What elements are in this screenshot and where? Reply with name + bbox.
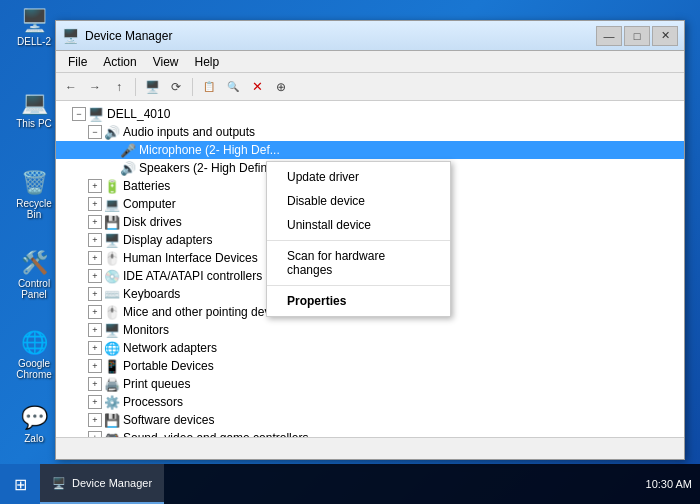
network-expand[interactable]: + [88, 341, 102, 355]
batteries-icon: 🔋 [104, 179, 120, 194]
display-icon: 🖥️ [104, 233, 120, 248]
print-label: Print queues [123, 377, 190, 391]
refresh-button[interactable]: ⟳ [165, 76, 187, 98]
ctx-properties[interactable]: Properties [267, 289, 450, 313]
back-button[interactable]: ← [60, 76, 82, 98]
audio-label: Audio inputs and outputs [123, 125, 255, 139]
audio-expand[interactable]: − [88, 125, 102, 139]
system-tray: 10:30 AM [638, 478, 700, 490]
computer-icon: 💻 [104, 197, 120, 212]
sound-expand[interactable]: + [88, 431, 102, 437]
computer-expand[interactable]: + [88, 197, 102, 211]
add-hardware-button[interactable]: ⊕ [270, 76, 292, 98]
desktop-icon-dell2[interactable]: 🖥️ DELL-2 [8, 8, 60, 47]
tree-item-sound[interactable]: + 🎮 Sound, video and game controllers [56, 429, 684, 437]
speakers-label: Speakers (2- High Definiti... [139, 161, 286, 175]
ctx-separator-2 [267, 285, 450, 286]
ide-expand[interactable]: + [88, 269, 102, 283]
close-button[interactable]: ✕ [652, 26, 678, 46]
batteries-label: Batteries [123, 179, 170, 193]
minimize-button[interactable]: — [596, 26, 622, 46]
hid-icon: 🖱️ [104, 251, 120, 266]
microphone-label: Microphone (2- High Def... [139, 143, 280, 157]
computer-label: Computer [123, 197, 176, 211]
toolbar-separator-1 [135, 78, 136, 96]
disk-label: Disk drives [123, 215, 182, 229]
software-expand[interactable]: + [88, 413, 102, 427]
context-menu: Update driver Disable device Uninstall d… [266, 161, 451, 317]
ctx-scan-hardware[interactable]: Scan for hardware changes [267, 244, 450, 282]
window-title: Device Manager [85, 29, 596, 43]
audio-icon: 🔊 [104, 125, 120, 140]
dell2-label: DELL-2 [17, 36, 51, 47]
thispc-icon: 💻 [21, 90, 48, 116]
desktop-icon-recycle[interactable]: 🗑️ Recycle Bin [8, 170, 60, 220]
display-label: Display adapters [123, 233, 212, 247]
taskbar-item-label: Device Manager [72, 477, 152, 489]
window-icon: 🖥️ [62, 28, 79, 44]
device-manager-window: 🖥️ Device Manager — □ ✕ File Action View… [55, 20, 685, 460]
print-expand[interactable]: + [88, 377, 102, 391]
root-expand[interactable]: − [72, 107, 86, 121]
recycle-icon: 🗑️ [21, 170, 48, 196]
toolbar-separator-2 [192, 78, 193, 96]
tree-item-microphone[interactable]: 🎤 Microphone (2- High Def... [56, 141, 684, 159]
maximize-button[interactable]: □ [624, 26, 650, 46]
start-button[interactable]: ⊞ [0, 464, 40, 504]
computer-button[interactable]: 🖥️ [141, 76, 163, 98]
desktop-icon-zalo[interactable]: 💬 Zalo [8, 405, 60, 444]
taskbar-items: 🖥️ Device Manager [40, 464, 638, 504]
forward-button[interactable]: → [84, 76, 106, 98]
display-expand[interactable]: + [88, 233, 102, 247]
tree-item-audio[interactable]: − 🔊 Audio inputs and outputs [56, 123, 684, 141]
processors-expand[interactable]: + [88, 395, 102, 409]
keyboards-expand[interactable]: + [88, 287, 102, 301]
hid-label: Human Interface Devices [123, 251, 258, 265]
network-label: Network adapters [123, 341, 217, 355]
menu-file[interactable]: File [60, 53, 95, 71]
sound-label: Sound, video and game controllers [123, 431, 308, 437]
disable-button[interactable]: ✕ [246, 76, 268, 98]
batteries-expand[interactable]: + [88, 179, 102, 193]
desktop-icon-thispc[interactable]: 💻 This PC [8, 90, 60, 129]
ctx-uninstall-device[interactable]: Uninstall device [267, 213, 450, 237]
tree-item-portable[interactable]: + 📱 Portable Devices [56, 357, 684, 375]
portable-expand[interactable]: + [88, 359, 102, 373]
chrome-icon: 🌐 [21, 330, 48, 356]
tree-item-processors[interactable]: + ⚙️ Processors [56, 393, 684, 411]
ide-icon: 💿 [104, 269, 120, 284]
taskbar: ⊞ 🖥️ Device Manager 10:30 AM [0, 464, 700, 504]
tray-time: 10:30 AM [646, 478, 692, 490]
control-label: Control Panel [8, 278, 60, 300]
taskbar-device-manager[interactable]: 🖥️ Device Manager [40, 464, 164, 504]
toolbar: ← → ↑ 🖥️ ⟳ 📋 🔍 ✕ ⊕ [56, 73, 684, 101]
dell2-icon: 🖥️ [21, 8, 48, 34]
ide-label: IDE ATA/ATAPI controllers [123, 269, 262, 283]
ctx-update-driver[interactable]: Update driver [267, 165, 450, 189]
software-label: Software devices [123, 413, 214, 427]
desktop-icon-chrome[interactable]: 🌐 Google Chrome [8, 330, 60, 380]
mice-icon: 🖱️ [104, 305, 120, 320]
menu-help[interactable]: Help [187, 53, 228, 71]
monitors-expand[interactable]: + [88, 323, 102, 337]
tree-item-monitors[interactable]: + 🖥️ Monitors [56, 321, 684, 339]
menu-action[interactable]: Action [95, 53, 144, 71]
up-button[interactable]: ↑ [108, 76, 130, 98]
tree-root[interactable]: − 🖥️ DELL_4010 [56, 105, 684, 123]
tree-item-print[interactable]: + 🖨️ Print queues [56, 375, 684, 393]
menu-view[interactable]: View [145, 53, 187, 71]
sound-icon: 🎮 [104, 431, 120, 438]
hid-expand[interactable]: + [88, 251, 102, 265]
update-driver-button[interactable]: 🔍 [222, 76, 244, 98]
disk-expand[interactable]: + [88, 215, 102, 229]
monitors-label: Monitors [123, 323, 169, 337]
speakers-icon: 🔊 [120, 161, 136, 176]
desktop-icon-control[interactable]: 🛠️ Control Panel [8, 250, 60, 300]
network-icon: 🌐 [104, 341, 120, 356]
mice-expand[interactable]: + [88, 305, 102, 319]
tree-item-software[interactable]: + 💾 Software devices [56, 411, 684, 429]
ctx-separator-1 [267, 240, 450, 241]
properties-button[interactable]: 📋 [198, 76, 220, 98]
tree-item-network[interactable]: + 🌐 Network adapters [56, 339, 684, 357]
ctx-disable-device[interactable]: Disable device [267, 189, 450, 213]
